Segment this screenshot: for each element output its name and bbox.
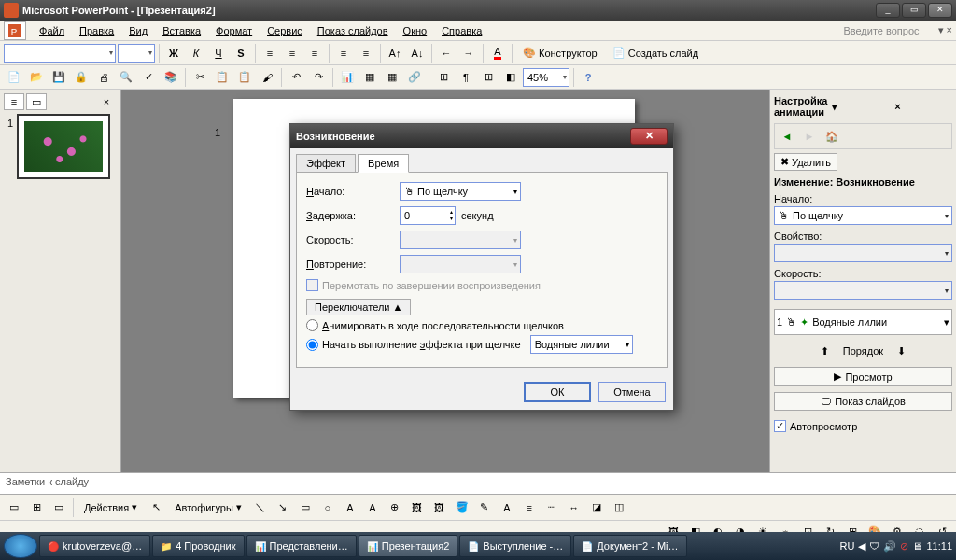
select-icon[interactable]: ↖ <box>146 497 166 518</box>
tray-icon[interactable]: 🔊 <box>883 540 896 553</box>
sorter-view-icon[interactable]: ⊞ <box>26 497 47 518</box>
move-up-icon[interactable]: ⬆ <box>815 341 836 361</box>
notes-pane[interactable]: Заметки к слайду <box>0 472 956 495</box>
bulleted-list-icon[interactable]: ≡ <box>356 43 376 63</box>
move-down-icon[interactable]: ⬇ <box>891 341 911 361</box>
underline-icon[interactable]: Ч <box>208 43 229 63</box>
fill-color-icon[interactable]: 🪣 <box>452 497 472 518</box>
start-combo[interactable]: 🖱 По щелчку <box>774 206 952 225</box>
open-icon[interactable]: 📂 <box>26 67 47 88</box>
dialog-close-button[interactable]: ✕ <box>630 128 668 145</box>
font-combo[interactable] <box>4 44 116 63</box>
line-style-icon[interactable]: ≡ <box>519 497 540 518</box>
menu-tools[interactable]: Сервис <box>260 23 310 38</box>
color-gray-icon[interactable]: ◧ <box>500 67 521 88</box>
table-icon[interactable]: ▦ <box>359 67 380 88</box>
menu-edit[interactable]: Правка <box>72 23 121 38</box>
rectangle-icon[interactable]: ▭ <box>295 497 316 518</box>
help-search[interactable]: Введите вопрос <box>843 25 937 36</box>
tab-timing[interactable]: Время <box>358 154 409 173</box>
radio-sequence[interactable] <box>306 319 318 331</box>
autoshapes-menu[interactable]: Автофигуры ▾ <box>168 497 248 518</box>
forward-icon[interactable]: ► <box>799 126 820 147</box>
undo-icon[interactable]: ↶ <box>286 67 306 88</box>
tray-icon[interactable]: ◀ <box>858 540 865 553</box>
decrease-indent-icon[interactable]: ← <box>436 43 457 63</box>
grid-icon[interactable]: ⊞ <box>478 67 499 88</box>
wordart-icon[interactable]: A <box>362 497 383 518</box>
zoom-combo[interactable]: 45% <box>523 68 569 87</box>
print-icon[interactable]: 🖨 <box>93 67 114 88</box>
cut-icon[interactable]: ✂ <box>190 67 210 88</box>
taskbar-item[interactable]: 📁 4 Проводник <box>152 535 244 557</box>
slideshow-button[interactable]: 🖵 Показ слайдов <box>774 392 952 411</box>
tray-icon[interactable]: 🖥 <box>912 540 922 552</box>
taskbar-item[interactable]: 📄 Документ2 - Mi… <box>573 535 686 557</box>
show-formatting-icon[interactable]: ¶ <box>456 67 476 88</box>
increase-indent-icon[interactable]: → <box>458 43 479 63</box>
slideshow-view-icon[interactable]: ▭ <box>49 497 69 518</box>
taskbar-item[interactable]: 🔴 krutoverzeva@… <box>39 535 150 557</box>
menu-view[interactable]: Вид <box>121 23 155 38</box>
taskbar-item[interactable]: 📄 Выступление -… <box>459 535 571 557</box>
line-color-icon[interactable]: ✎ <box>474 497 495 518</box>
menu-file[interactable]: Файл <box>32 23 72 38</box>
dash-style-icon[interactable]: ┈ <box>541 497 562 518</box>
close-panel-icon[interactable]: × <box>96 93 117 110</box>
taskbar-item[interactable]: 📊 Презентация2 <box>358 535 458 557</box>
arrow-icon[interactable]: ↘ <box>273 497 293 518</box>
redo-icon[interactable]: ↷ <box>308 67 329 88</box>
align-center-icon[interactable]: ≡ <box>282 43 302 63</box>
tray-icon[interactable]: ⊘ <box>900 540 908 553</box>
actions-menu[interactable]: Действия ▾ <box>77 497 144 518</box>
back-icon[interactable]: ◄ <box>777 126 797 147</box>
3d-style-icon[interactable]: ◫ <box>609 497 629 518</box>
font-color-icon[interactable]: A <box>487 43 508 63</box>
textbox-icon[interactable]: A <box>340 497 360 518</box>
designer-button[interactable]: 🎨Конструктор <box>516 43 604 63</box>
tray-icon[interactable]: 🛡 <box>869 540 879 552</box>
new-slide-button[interactable]: 📄Создать слайд <box>606 43 705 63</box>
item-menu-icon[interactable]: ▾ <box>944 316 949 329</box>
numbered-list-icon[interactable]: ≡ <box>333 43 354 63</box>
normal-view-icon[interactable]: ▭ <box>4 497 24 518</box>
new-icon[interactable]: 📄 <box>4 67 24 88</box>
autoplay-checkbox[interactable]: ✓ <box>774 420 786 432</box>
close-button[interactable]: ✕ <box>928 3 952 18</box>
start-button[interactable] <box>4 534 37 558</box>
menu-insert[interactable]: Вставка <box>155 23 208 38</box>
shadow-icon[interactable]: S <box>231 43 251 63</box>
paste-icon[interactable]: 📋 <box>234 67 255 88</box>
line-icon[interactable]: ＼ <box>250 497 271 518</box>
align-left-icon[interactable]: ≡ <box>260 43 280 63</box>
align-right-icon[interactable]: ≡ <box>304 43 325 63</box>
maximize-button[interactable]: ▭ <box>902 3 926 18</box>
radio-onclick[interactable] <box>306 339 318 351</box>
cancel-button[interactable]: Отмена <box>598 382 666 402</box>
preview-button[interactable]: ▶ Просмотр <box>774 367 952 386</box>
trigger-target-combo[interactable]: Водяные лилии <box>530 335 633 354</box>
expand-icon[interactable]: ⊞ <box>433 67 454 88</box>
taskpane-dropdown-icon[interactable]: ▾ <box>832 101 890 113</box>
decrease-font-icon[interactable]: A↓ <box>407 43 428 63</box>
copy-icon[interactable]: 📋 <box>212 67 232 88</box>
home-icon[interactable]: 🏠 <box>822 126 842 147</box>
bold-icon[interactable]: Ж <box>163 43 184 63</box>
slide-thumbnail[interactable] <box>17 114 110 179</box>
ok-button[interactable]: ОК <box>524 382 591 402</box>
format-painter-icon[interactable]: 🖌 <box>257 67 277 88</box>
arrow-style-icon[interactable]: ↔ <box>564 497 584 518</box>
dlg-delay-spinner[interactable]: 0 <box>400 206 456 225</box>
dlg-start-combo[interactable]: 🖱 По щелчку <box>400 182 521 201</box>
clock[interactable]: 11:11 <box>926 540 952 552</box>
slides-tab[interactable]: ▭ <box>26 93 47 110</box>
increase-font-icon[interactable]: A↑ <box>385 43 405 63</box>
menu-slideshow[interactable]: Показ слайдов <box>310 23 396 38</box>
menu-format[interactable]: Формат <box>208 23 260 38</box>
permission-icon[interactable]: 🔒 <box>71 67 91 88</box>
spellcheck-icon[interactable]: ✓ <box>138 67 159 88</box>
picture-icon[interactable]: 🖼 <box>429 497 450 518</box>
chart-icon[interactable]: 📊 <box>337 67 358 88</box>
fontsize-combo[interactable] <box>118 44 155 63</box>
oval-icon[interactable]: ○ <box>317 497 338 518</box>
